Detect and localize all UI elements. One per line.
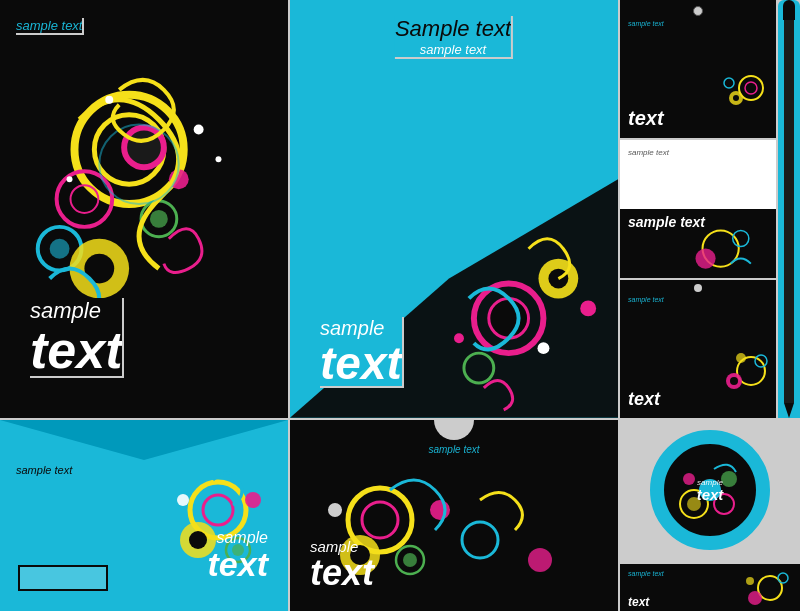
top-left-bottom-text: sample text — [30, 298, 124, 378]
svg-point-12 — [194, 125, 204, 135]
mc2-small: sample text — [628, 570, 664, 577]
main-container: sample text — [0, 0, 800, 611]
top-mid-text-label: text — [320, 340, 402, 386]
card1-deco — [721, 63, 771, 113]
svg-point-0 — [74, 95, 183, 204]
panel-top-left: sample text — [0, 0, 290, 420]
svg-point-13 — [216, 156, 222, 162]
svg-point-62 — [683, 473, 695, 485]
card1-big: text — [628, 107, 664, 130]
top-mid-bottom-text: sample text — [320, 317, 404, 388]
svg-point-24 — [580, 300, 596, 316]
env-top-text: sample text — [16, 464, 72, 476]
pen — [778, 0, 800, 418]
svg-point-54 — [328, 503, 342, 517]
svg-point-16 — [99, 125, 178, 204]
card3-big: text — [628, 389, 660, 410]
env-label-box — [18, 565, 108, 591]
svg-point-22 — [464, 353, 494, 383]
svg-point-38 — [736, 353, 746, 363]
cd-text: sample text — [697, 478, 724, 502]
top-left-sample-text: sample text — [16, 18, 84, 35]
panel-bottom-left: sample text sample text — [0, 420, 290, 611]
sleeve-top-text: sample text — [428, 444, 479, 455]
svg-point-70 — [746, 577, 754, 585]
svg-point-61 — [721, 471, 737, 487]
svg-point-2 — [124, 128, 164, 168]
svg-point-5 — [38, 227, 82, 271]
svg-point-55 — [462, 522, 498, 558]
svg-point-46 — [177, 494, 189, 506]
panel-bottom-right: sample text sample text (000) 1234-6789 — [620, 420, 800, 611]
svg-point-30 — [724, 78, 734, 88]
svg-point-69 — [778, 573, 788, 583]
card-1: sample text text — [620, 0, 776, 138]
svg-point-15 — [67, 176, 73, 182]
mc2-deco — [735, 566, 795, 611]
svg-point-52 — [403, 553, 417, 567]
svg-point-7 — [141, 201, 177, 237]
cd-text-big: text — [697, 487, 724, 502]
svg-point-10 — [84, 254, 114, 284]
card2-big-bottom: sample text — [628, 214, 705, 230]
top-mid-header: Sample text sample text — [395, 16, 513, 59]
svg-point-68 — [748, 591, 762, 605]
env-text: text — [208, 547, 268, 581]
svg-point-48 — [362, 502, 398, 538]
card3-small: sample text — [628, 296, 664, 303]
svg-point-32 — [695, 249, 715, 269]
svg-point-45 — [245, 492, 261, 508]
top-mid-text-top: sample text — [395, 42, 511, 57]
sleeve-bottom-text: sample text — [310, 538, 374, 591]
top-left-text-label: text — [30, 324, 122, 376]
svg-point-19 — [489, 298, 529, 338]
card1-small: sample text — [628, 20, 664, 27]
svg-point-6 — [50, 239, 70, 259]
svg-point-8 — [150, 210, 168, 228]
card3-deco — [716, 343, 771, 398]
cd-area: sample text — [620, 420, 800, 560]
card2-small: sample text — [628, 148, 669, 157]
top-mid-sample-top: Sample text — [395, 16, 511, 42]
mini-card-2: sample text text — [620, 564, 800, 611]
card-3: sample text text — [620, 280, 776, 418]
panel-bottom-mid: sample text sample text — [290, 420, 620, 611]
svg-point-11 — [169, 169, 189, 189]
svg-point-56 — [528, 548, 552, 572]
svg-point-29 — [733, 95, 739, 101]
svg-point-25 — [454, 333, 464, 343]
panel-top-right: sample text text — [620, 0, 800, 420]
svg-point-18 — [474, 284, 544, 354]
svg-point-23 — [537, 342, 549, 354]
cd-disc: sample text — [650, 430, 770, 550]
svg-point-3 — [57, 171, 113, 227]
env-bottom-text: sample text — [208, 529, 268, 581]
svg-point-14 — [105, 96, 113, 104]
svg-point-53 — [430, 500, 450, 520]
svg-point-40 — [203, 495, 233, 525]
svg-point-21 — [548, 269, 568, 289]
svg-point-20 — [538, 259, 578, 299]
mini-cards: sample text (000) 1234-6789 sample text … — [620, 562, 800, 611]
cards-column: sample text text — [620, 0, 776, 418]
svg-point-9 — [70, 239, 130, 299]
svg-point-1 — [94, 115, 164, 185]
sleeve-text: text — [310, 555, 374, 591]
svg-point-27 — [745, 82, 757, 94]
svg-point-42 — [189, 531, 207, 549]
card-2: sample text sample text — [620, 140, 776, 278]
svg-point-4 — [71, 185, 99, 213]
panel-top-mid: Sample text sample text — [290, 0, 620, 420]
mc2-text: text — [628, 595, 649, 609]
svg-point-36 — [730, 377, 738, 385]
mc2-bottom: text — [628, 595, 649, 609]
